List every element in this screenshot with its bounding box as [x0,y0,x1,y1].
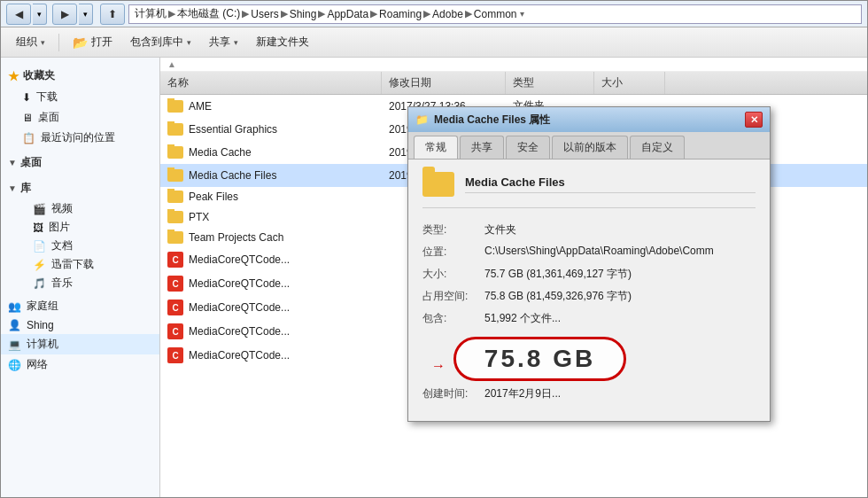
favorites-label: 收藏夹 [23,68,55,83]
sidebar-item-images[interactable]: 🖼 图片 [1,218,159,237]
prop-value-disk: 75.8 GB (81,459,326,976 字节) [484,289,756,304]
back-dropdown[interactable]: ▾ [33,4,47,25]
music-icon: 🎵 [33,277,46,290]
prop-label-location: 位置: [422,245,484,260]
folder-icon [167,211,183,223]
prop-value-location: C:\Users\Shing\AppData\Roaming\Adobe\Com… [484,245,756,260]
dialog-folder-icon-small: 📁 [415,113,429,126]
organize-button[interactable]: 组织 ▾ [8,31,53,54]
sort-up-arrow: ▲ [167,59,176,69]
sidebar-item-documents[interactable]: 📄 文档 [1,237,159,255]
sidebar: ★ 收藏夹 ⬇ 下载 🖥 桌面 📋 最近访问的位置 ▼ [1,58,160,497]
path-computer: 计算机 [135,6,167,21]
prop-row-location: 位置: C:\Users\Shing\AppData\Roaming\Adobe… [422,245,756,260]
dialog-tabs: 常规 共享 安全 以前的版本 自定义 [408,132,770,160]
path-roaming: Roaming [379,8,422,20]
library-header[interactable]: ▼ 库 [1,177,159,199]
back-button[interactable]: ◀ [6,4,31,25]
prop-value-created: 2017年2月9日... [484,386,756,401]
prop-row-disk: 占用空间: 75.8 GB (81,459,326,976 字节) [422,289,756,304]
folder-icon [167,146,183,159]
prop-label-type: 类型: [422,222,484,237]
sidebar-item-music[interactable]: 🎵 音乐 [1,274,159,292]
tab-customize[interactable]: 自定义 [630,136,685,159]
gb-text: 75.8 GB [484,345,595,373]
file-list-header: 名称 修改日期 类型 大小 [160,72,867,95]
forward-button[interactable]: ▶ [52,4,77,25]
col-header-type[interactable]: 类型 [506,72,594,94]
sidebar-item-computer[interactable]: 💻 计算机 [1,334,159,354]
sidebar-item-recent[interactable]: 📋 最近访问的位置 [1,128,159,148]
tab-share[interactable]: 共享 [460,136,504,159]
library-triangle: ▼ [8,183,17,193]
gb-oval: 75.8 GB [453,337,626,381]
toolbar-divider-1 [58,34,59,51]
properties-dialog[interactable]: 📁 Media Cache Files 属性 ✕ 常规 共享 安全 以前的版本 … [407,106,771,422]
col-header-date[interactable]: 修改日期 [382,72,506,94]
tab-general[interactable]: 常规 [414,136,458,159]
arrow-right-icon: → [431,358,446,374]
sidebar-item-network[interactable]: 🌐 网络 [1,354,159,375]
col-header-size[interactable]: 大小 [594,72,665,94]
dialog-folder-icon-large [422,172,454,197]
desktop-header[interactable]: ▼ 桌面 [1,152,159,174]
desktop-fav-icon: 🖥 [22,112,33,124]
sidebar-item-video[interactable]: 🎬 视频 [1,199,159,218]
sidebar-item-homegroup[interactable]: 👥 家庭组 [1,296,159,316]
address-path[interactable]: 计算机 ▶ 本地磁盘 (C:) ▶ Users ▶ Shing ▶ AppDat… [128,4,862,24]
path-drive: 本地磁盘 (C:) [177,6,240,21]
image-icon: 🖼 [33,222,43,234]
dialog-folder-name: Media Cache Files [465,175,756,193]
sidebar-label-download: 下载 [36,89,58,105]
user-icon: 👤 [8,319,21,331]
c-icon: C [167,252,183,268]
tab-previous-versions[interactable]: 以前的版本 [552,136,628,159]
sidebar-label-homegroup: 家庭组 [27,299,58,314]
favorites-header[interactable]: ★ 收藏夹 [1,65,159,87]
sidebar-label-computer: 计算机 [27,337,58,352]
new-folder-button[interactable]: 新建文件夹 [248,31,317,54]
prop-row-size: 大小: 75.7 GB (81,361,469,127 字节) [422,267,756,282]
download-icon: ⬇ [22,91,31,104]
tab-security[interactable]: 安全 [506,136,550,159]
include-library-button[interactable]: 包含到库中 ▾ [122,31,199,54]
open-icon: 📂 [73,35,88,50]
prop-label-contains: 包含: [422,311,484,326]
dialog-body: Media Cache Files 类型: 文件夹 位置: C:\Users\S… [408,160,770,421]
col-header-name[interactable]: 名称 [160,72,382,94]
favorites-icon: ★ [8,69,19,83]
c-icon: C [167,276,183,292]
share-button[interactable]: 共享 ▾ [201,31,246,54]
path-shing: Shing [290,8,317,20]
prop-row-type: 类型: 文件夹 [422,222,756,237]
desktop-section: ▼ 桌面 [1,152,159,174]
c-icon: C [167,347,183,363]
open-button[interactable]: 📂 打开 [65,31,120,54]
sidebar-item-desktop-fav[interactable]: 🖥 桌面 [1,107,159,128]
dialog-title-text: 📁 Media Cache Files 属性 [415,113,550,128]
sidebar-item-download[interactable]: ⬇ 下载 [1,87,159,107]
homegroup-icon: 👥 [8,300,21,313]
dialog-close-button[interactable]: ✕ [745,112,763,128]
prop-label-created: 创建时间: [422,386,484,401]
document-icon: 📄 [33,240,46,253]
up-button[interactable]: ⬆ [100,4,125,25]
desktop-triangle: ▼ [8,158,17,167]
prop-value-contains: 51,992 个文件... [484,311,756,326]
c-icon: C [167,323,183,339]
forward-dropdown[interactable]: ▾ [79,4,93,25]
thunder-icon: ⚡ [33,259,46,271]
sidebar-item-user[interactable]: 👤 Shing [1,316,159,334]
folder-icon [167,123,183,136]
network-icon: 🌐 [8,359,21,371]
computer-icon: 💻 [8,338,21,351]
sidebar-label-network: 网络 [27,357,48,372]
folder-icon [167,100,183,113]
gb-highlight-container: → 75.8 GB [422,333,756,386]
sidebar-label-recent: 最近访问的位置 [41,130,115,145]
nav-buttons: ◀ ▾ ▶ ▾ [6,4,93,25]
prop-label-disk: 占用空间: [422,289,484,304]
sidebar-item-thunder[interactable]: ⚡ 迅雷下载 [1,255,159,274]
toolbar: 组织 ▾ 📂 打开 包含到库中 ▾ 共享 ▾ 新建文件夹 [1,27,867,58]
arrow-container: → [431,358,446,374]
